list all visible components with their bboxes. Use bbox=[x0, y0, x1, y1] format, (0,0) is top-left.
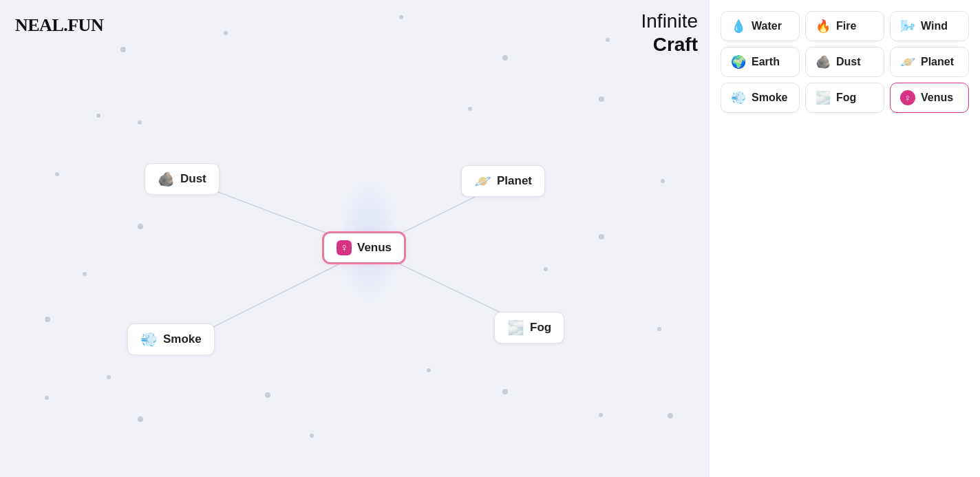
decorative-dot bbox=[599, 96, 604, 102]
decorative-dot bbox=[96, 114, 100, 118]
planet-emoji: 🪐 bbox=[474, 173, 491, 189]
decorative-dot bbox=[45, 396, 49, 400]
dust-s-label: Dust bbox=[836, 56, 861, 68]
decorative-dot bbox=[107, 375, 111, 379]
smoke-label: Smoke bbox=[163, 332, 202, 346]
decorative-dot bbox=[468, 107, 472, 111]
decorative-dot bbox=[427, 368, 431, 372]
brand-infinite: Infinite bbox=[641, 10, 699, 33]
sidebar-item-earth[interactable]: 🌍 Earth bbox=[721, 47, 800, 77]
fog-s-emoji: 🌫️ bbox=[816, 90, 831, 105]
earth-emoji: 🌍 bbox=[731, 54, 746, 70]
sidebar-item-fog[interactable]: 🌫️ Fog bbox=[805, 83, 884, 113]
earth-label: Earth bbox=[752, 56, 780, 68]
sidebar-row-3: 💨 Smoke 🌫️ Fog ♀ Venus bbox=[721, 83, 969, 113]
decorative-dot bbox=[599, 413, 603, 417]
sidebar-row-1: 💧 Water 🔥 Fire 🌬️ Wind bbox=[721, 11, 969, 41]
venus-emoji: ♀ bbox=[337, 240, 352, 255]
decorative-dot bbox=[399, 15, 403, 19]
fog-s-label: Fog bbox=[836, 92, 856, 104]
sidebar-item-planet[interactable]: 🪐 Planet bbox=[890, 47, 969, 77]
planet-s-emoji: 🪐 bbox=[900, 54, 915, 70]
sidebar-item-dust[interactable]: 🪨 Dust bbox=[805, 47, 884, 77]
water-emoji: 💧 bbox=[731, 19, 746, 34]
dust-emoji: 🪨 bbox=[158, 171, 175, 187]
sidebar-item-smoke[interactable]: 💨 Smoke bbox=[721, 83, 800, 113]
decorative-dot bbox=[45, 317, 50, 322]
planet-s-label: Planet bbox=[921, 56, 954, 68]
canvas-card-fog[interactable]: 🌫️ Fog bbox=[494, 312, 564, 343]
sidebar-item-wind[interactable]: 🌬️ Wind bbox=[890, 11, 969, 41]
decorative-dot bbox=[544, 267, 548, 271]
venus-s-label: Venus bbox=[921, 92, 953, 104]
decorative-dot bbox=[599, 234, 604, 240]
elements-sidebar: 💧 Water 🔥 Fire 🌬️ Wind 🌍 Earth 🪨 Dust 🪐 … bbox=[709, 0, 980, 477]
craft-canvas[interactable]: 🪨 Dust 🪐 Planet ♀ Venus 💨 Smoke 🌫️ Fog bbox=[0, 0, 709, 477]
venus-label: Venus bbox=[357, 241, 392, 255]
decorative-dot bbox=[502, 55, 508, 61]
decorative-dot bbox=[138, 416, 143, 422]
sidebar-item-water[interactable]: 💧 Water bbox=[721, 11, 800, 41]
fire-label: Fire bbox=[836, 20, 856, 32]
decorative-dot bbox=[138, 224, 143, 229]
smoke-s-label: Smoke bbox=[752, 92, 787, 104]
logo-text: NEAL.FUN bbox=[15, 15, 103, 35]
site-logo[interactable]: NEAL.FUN bbox=[15, 15, 103, 36]
sidebar-item-venus[interactable]: ♀ Venus bbox=[890, 83, 969, 113]
fire-emoji: 🔥 bbox=[816, 19, 831, 34]
brand-craft: Craft bbox=[641, 33, 699, 56]
fog-emoji: 🌫️ bbox=[507, 319, 524, 336]
wind-label: Wind bbox=[921, 20, 948, 32]
smoke-s-emoji: 💨 bbox=[731, 90, 746, 105]
decorative-dot bbox=[657, 327, 661, 331]
decorative-dot bbox=[310, 434, 314, 438]
wind-emoji: 🌬️ bbox=[900, 19, 915, 34]
canvas-card-dust[interactable]: 🪨 Dust bbox=[145, 163, 220, 195]
decorative-dot bbox=[83, 272, 87, 276]
sidebar-row-2: 🌍 Earth 🪨 Dust 🪐 Planet bbox=[721, 47, 969, 77]
decorative-dot bbox=[606, 38, 610, 42]
venus-s-emoji: ♀ bbox=[900, 90, 915, 105]
dust-s-emoji: 🪨 bbox=[816, 54, 831, 70]
sidebar-item-fire[interactable]: 🔥 Fire bbox=[805, 11, 884, 41]
brand-title: Infinite Craft bbox=[641, 10, 699, 56]
planet-label: Planet bbox=[497, 174, 532, 188]
water-label: Water bbox=[752, 20, 782, 32]
decorative-dot bbox=[138, 120, 142, 125]
decorative-dot bbox=[668, 413, 673, 418]
canvas-card-venus[interactable]: ♀ Venus bbox=[323, 233, 405, 263]
decorative-dot bbox=[55, 172, 59, 176]
decorative-dot bbox=[224, 31, 228, 35]
smoke-emoji: 💨 bbox=[140, 331, 158, 348]
decorative-dot bbox=[502, 389, 508, 394]
decorative-dot bbox=[265, 392, 270, 398]
decorative-dot bbox=[661, 179, 665, 183]
canvas-card-planet[interactable]: 🪐 Planet bbox=[461, 165, 545, 197]
fog-label: Fog bbox=[530, 321, 551, 335]
dust-label: Dust bbox=[180, 172, 206, 186]
decorative-dot bbox=[120, 47, 126, 52]
canvas-card-smoke[interactable]: 💨 Smoke bbox=[127, 324, 215, 355]
